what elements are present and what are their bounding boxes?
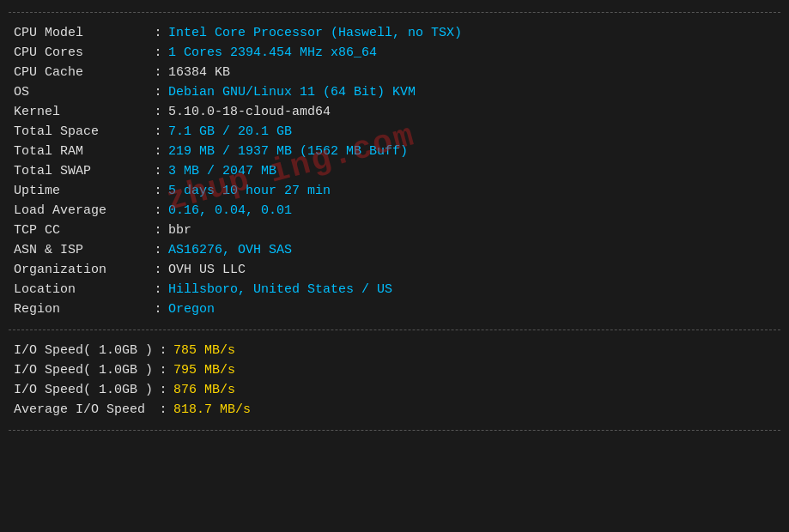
row-colon: : xyxy=(149,221,167,240)
row-colon: : xyxy=(155,360,172,380)
row-label: CPU Cache xyxy=(12,63,149,82)
row-label: CPU Cores xyxy=(12,43,149,63)
row-value: Hillsboro, United States / US xyxy=(167,280,777,299)
row-label: Uptime xyxy=(12,181,149,201)
row-label: TCP CC xyxy=(12,221,149,240)
row-value: 795 MB/s xyxy=(172,360,777,380)
table-row: I/O Speed( 1.0GB ):785 MB/s xyxy=(12,341,777,360)
table-row: ASN & ISP:AS16276, OVH SAS xyxy=(12,240,777,260)
table-row: Organization:OVH US LLC xyxy=(12,260,777,280)
row-label: Location xyxy=(12,280,149,299)
row-label: I/O Speed( 1.0GB ) xyxy=(12,360,155,380)
row-colon: : xyxy=(149,82,167,102)
table-row: CPU Cores:1 Cores 2394.454 MHz x86_64 xyxy=(12,43,777,63)
row-value: OVH US LLC xyxy=(167,260,777,280)
row-colon: : xyxy=(149,201,167,221)
row-value: Intel Core Processor (Haswell, no TSX) xyxy=(167,23,777,43)
row-colon: : xyxy=(149,43,167,63)
row-value: 5 days 10 hour 27 min xyxy=(167,181,777,201)
row-colon: : xyxy=(149,142,167,161)
row-label: Total RAM xyxy=(12,142,149,161)
table-row: Uptime:5 days 10 hour 27 min xyxy=(12,181,777,201)
table-row: Region:Oregon xyxy=(12,299,777,319)
row-value: 3 MB / 2047 MB xyxy=(167,161,777,181)
io-speed-table: I/O Speed( 1.0GB ):785 MB/sI/O Speed( 1.… xyxy=(12,341,777,420)
row-colon: : xyxy=(149,161,167,181)
table-row: Location:Hillsboro, United States / US xyxy=(12,280,777,299)
row-label: OS xyxy=(12,82,149,102)
row-label: Load Average xyxy=(12,201,149,221)
row-label: CPU Model xyxy=(12,23,149,43)
row-value: 0.16, 0.04, 0.01 xyxy=(167,201,777,221)
row-colon: : xyxy=(149,260,167,280)
io-speed-section: I/O Speed( 1.0GB ):785 MB/sI/O Speed( 1.… xyxy=(9,336,780,425)
system-info-section: CPU Model:Intel Core Processor (Haswell,… xyxy=(9,18,780,324)
row-label: Organization xyxy=(12,260,149,280)
row-colon: : xyxy=(155,341,172,360)
table-row: I/O Speed( 1.0GB ):795 MB/s xyxy=(12,360,777,380)
row-value: Oregon xyxy=(167,299,777,319)
row-value: 785 MB/s xyxy=(172,341,777,360)
row-label: ASN & ISP xyxy=(12,240,149,260)
row-value: 16384 KB xyxy=(167,63,777,82)
row-colon: : xyxy=(149,280,167,299)
table-row: Load Average:0.16, 0.04, 0.01 xyxy=(12,201,777,221)
row-colon: : xyxy=(149,181,167,201)
row-colon: : xyxy=(155,380,172,400)
table-row: Average I/O Speed:818.7 MB/s xyxy=(12,400,777,420)
row-label: Average I/O Speed xyxy=(12,400,155,420)
row-value: 818.7 MB/s xyxy=(172,400,777,420)
row-label: I/O Speed( 1.0GB ) xyxy=(12,380,155,400)
row-value: Debian GNU/Linux 11 (64 Bit) KVM xyxy=(167,82,777,102)
table-row: TCP CC:bbr xyxy=(12,221,777,240)
row-colon: : xyxy=(149,122,167,142)
row-value: 5.10.0-18-cloud-amd64 xyxy=(167,102,777,122)
row-label: Total SWAP xyxy=(12,161,149,181)
row-colon: : xyxy=(149,63,167,82)
table-row: Kernel:5.10.0-18-cloud-amd64 xyxy=(12,102,777,122)
row-value: bbr xyxy=(167,221,777,240)
row-label: Total Space xyxy=(12,122,149,142)
row-value: AS16276, OVH SAS xyxy=(167,240,777,260)
row-label: Kernel xyxy=(12,102,149,122)
row-colon: : xyxy=(149,102,167,122)
table-row: Total RAM:219 MB / 1937 MB (1562 MB Buff… xyxy=(12,142,777,161)
row-colon: : xyxy=(155,400,172,420)
row-value: 219 MB / 1937 MB (1562 MB Buff) xyxy=(167,142,777,161)
row-value: 7.1 GB / 20.1 GB xyxy=(167,122,777,142)
row-value: 1 Cores 2394.454 MHz x86_64 xyxy=(167,43,777,63)
row-label: Region xyxy=(12,299,149,319)
row-colon: : xyxy=(149,23,167,43)
row-value: 876 MB/s xyxy=(172,380,777,400)
row-label: I/O Speed( 1.0GB ) xyxy=(12,341,155,360)
table-row: Total SWAP:3 MB / 2047 MB xyxy=(12,161,777,181)
table-row: I/O Speed( 1.0GB ):876 MB/s xyxy=(12,380,777,400)
row-colon: : xyxy=(149,240,167,260)
table-row: OS:Debian GNU/Linux 11 (64 Bit) KVM xyxy=(12,82,777,102)
row-colon: : xyxy=(149,299,167,319)
table-row: CPU Model:Intel Core Processor (Haswell,… xyxy=(12,23,777,43)
table-row: Total Space:7.1 GB / 20.1 GB xyxy=(12,122,777,142)
system-info-table: CPU Model:Intel Core Processor (Haswell,… xyxy=(12,23,777,319)
table-row: CPU Cache:16384 KB xyxy=(12,63,777,82)
